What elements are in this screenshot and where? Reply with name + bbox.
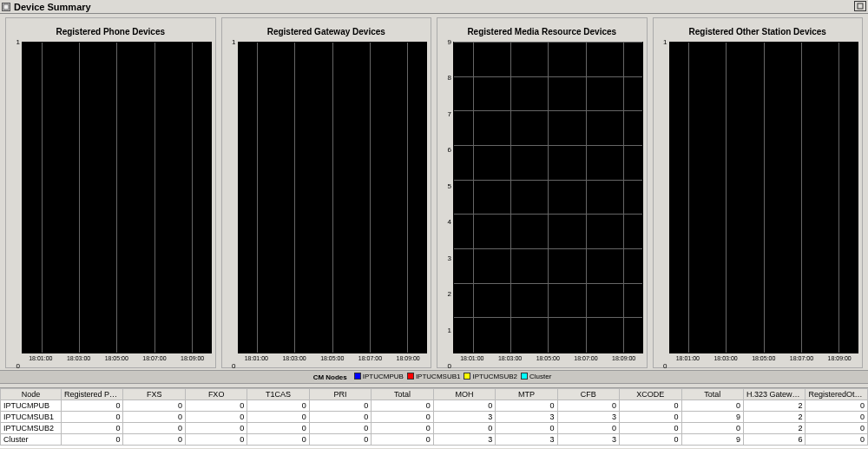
legend-item-label: IPTUCMSUB2: [472, 373, 517, 380]
cell-value: 3: [557, 412, 619, 423]
gridline-h: [454, 42, 642, 43]
cell-node: IPTUCMSUB2: [1, 423, 62, 434]
column-header[interactable]: FXS: [123, 389, 185, 400]
column-header[interactable]: Registered Phon..: [62, 389, 123, 400]
x-tick: 18:07:00: [790, 355, 813, 361]
gridline-v: [294, 43, 295, 353]
legend-item-label: Cluster: [529, 373, 551, 380]
maximize-button[interactable]: [854, 1, 866, 11]
chart-title: Registered Media Resource Devices: [437, 18, 647, 42]
x-tick: 18:05:00: [536, 355, 560, 361]
gridline-v: [838, 43, 839, 353]
y-tick: 0: [16, 362, 20, 370]
column-header[interactable]: MOH: [433, 389, 495, 400]
table-row[interactable]: Cluster0000003330960: [1, 434, 868, 446]
x-tick: 18:01:00: [460, 355, 483, 361]
cell-value: 3: [433, 412, 495, 423]
cell-value: 0: [62, 434, 123, 446]
column-header[interactable]: XCODE: [620, 389, 681, 400]
legend-item: IPTUCMSUB1: [407, 373, 461, 380]
cell-value: 0: [123, 412, 185, 423]
gridline-v: [192, 43, 193, 353]
legend-swatch: [464, 373, 470, 380]
cell-value: 9: [681, 412, 743, 423]
x-tick: 18:05:00: [752, 355, 775, 361]
table-row[interactable]: IPTUCMSUB20000000000020: [1, 423, 868, 434]
y-tick: 1: [663, 38, 667, 46]
gridline-h: [454, 76, 642, 77]
gridline-v: [548, 43, 549, 353]
y-tick: 0: [448, 362, 451, 370]
cell-value: 0: [309, 400, 371, 412]
legend-swatch: [354, 373, 361, 380]
cell-value: 2: [743, 423, 805, 434]
x-tick: 18:09:00: [397, 355, 420, 361]
cell-value: 0: [806, 412, 868, 423]
gridline-v: [510, 43, 511, 353]
cell-value: 0: [620, 434, 681, 446]
x-tick: 18:07:00: [142, 355, 166, 361]
chart-plot[interactable]: [22, 42, 212, 353]
gridline-v: [155, 43, 155, 353]
x-tick: 18:07:00: [358, 355, 382, 361]
cell-value: 0: [123, 434, 185, 446]
column-header[interactable]: Node: [1, 389, 62, 400]
column-header[interactable]: PRI: [309, 389, 371, 400]
legend-item-label: IPTUCMSUB1: [416, 373, 461, 380]
y-axis: 01: [10, 42, 22, 366]
column-header[interactable]: FXO: [185, 389, 247, 400]
column-header[interactable]: RegisteredOtherSta..: [806, 389, 868, 400]
gridline-v: [586, 43, 587, 353]
x-tick: 18:01:00: [676, 355, 700, 361]
column-header[interactable]: CFB: [557, 389, 619, 400]
cell-value: 0: [557, 400, 619, 412]
cell-value: 2: [743, 400, 805, 412]
chart-plot[interactable]: [669, 42, 859, 353]
chart-title: Registered Gateway Devices: [222, 18, 431, 42]
x-tick: 18:03:00: [713, 355, 737, 361]
column-header[interactable]: MTP: [496, 389, 557, 400]
chart-title: Registered Phone Devices: [6, 18, 215, 42]
gridline-v: [623, 43, 624, 353]
cell-value: 0: [433, 400, 495, 412]
cell-value: 0: [185, 412, 247, 423]
cell-value: 3: [496, 412, 557, 423]
legend: CM Nodes IPTUCMPUBIPTUCMSUB1IPTUCMSUB2Cl…: [0, 370, 868, 384]
chart-plot[interactable]: [453, 42, 643, 353]
x-axis: 18:01:0018:03:0018:05:0018:07:0018:09:00: [669, 353, 859, 366]
y-tick: 3: [448, 254, 451, 261]
y-tick: 4: [448, 218, 451, 226]
cell-value: 0: [309, 434, 371, 446]
cell-node: IPTUCMPUB: [1, 400, 62, 412]
y-tick: 1: [16, 38, 20, 46]
cell-value: 0: [557, 423, 619, 434]
cell-value: 0: [806, 434, 868, 446]
y-tick: 5: [448, 182, 451, 189]
legend-item: IPTUCMPUB: [354, 373, 404, 380]
legend-swatch: [407, 373, 414, 380]
summary-table[interactable]: NodeRegistered Phon..FXSFXOT1CASPRITotal…: [0, 387, 868, 448]
x-tick: 18:07:00: [574, 355, 597, 361]
gridline-v: [332, 43, 333, 353]
column-header[interactable]: Total: [681, 389, 743, 400]
y-tick: 1: [232, 38, 235, 46]
x-tick: 18:05:00: [320, 355, 344, 361]
column-header[interactable]: H.323 Gateway Devi..: [743, 389, 805, 400]
y-tick: 0: [232, 362, 235, 370]
cell-value: 0: [681, 423, 743, 434]
column-header[interactable]: T1CAS: [247, 389, 309, 400]
chart-plot[interactable]: [238, 42, 428, 353]
cell-value: 2: [743, 412, 805, 423]
gridline-v: [370, 43, 371, 353]
table-row[interactable]: IPTUCMSUB10000003330920: [1, 412, 868, 423]
x-tick: 18:09:00: [612, 355, 635, 361]
chart-panel-gateway: Registered Gateway Devices 01 18:01:0018…: [221, 17, 432, 368]
title-bar: Device Summary: [0, 0, 868, 14]
cell-value: 0: [433, 423, 495, 434]
cell-value: 0: [806, 423, 868, 434]
column-header[interactable]: Total: [372, 389, 433, 400]
cell-value: 0: [185, 400, 247, 412]
cell-value: 0: [247, 434, 309, 446]
table-row[interactable]: IPTUCMPUB0000000000020: [1, 400, 868, 412]
cell-value: 0: [620, 412, 681, 423]
